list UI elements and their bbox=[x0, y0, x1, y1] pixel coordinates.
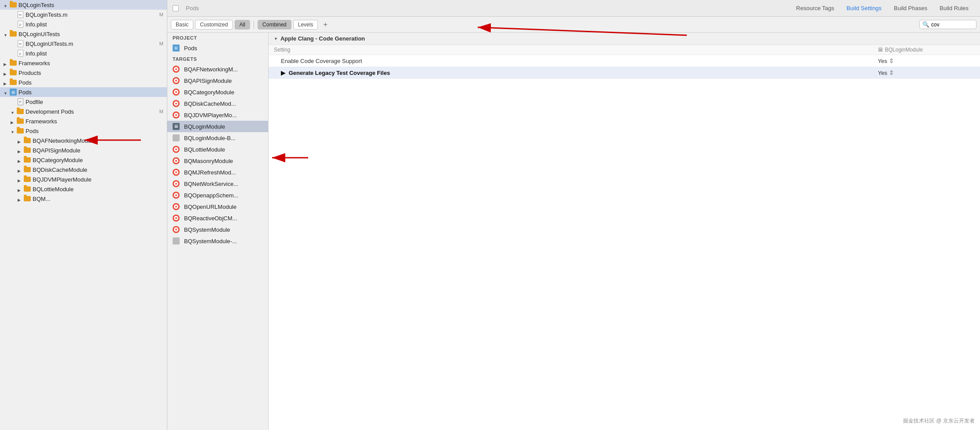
triangle-pods-sub bbox=[11, 128, 16, 133]
sidebar-item-pods-sub[interactable]: Pods bbox=[0, 126, 167, 136]
target-bqcategory[interactable]: BQCategoryModule bbox=[167, 86, 268, 98]
sidebar-item-bqjdvmplayer[interactable]: BQJDVMPlayerModule bbox=[0, 174, 167, 184]
label-pods-sub: Pods bbox=[26, 128, 39, 134]
filter-row: Basic Customized All Combined Levels + 🔍 bbox=[167, 17, 980, 33]
folder-icon-bqlottie bbox=[24, 185, 31, 193]
top-checkbox[interactable] bbox=[173, 5, 179, 11]
section-triangle-icon[interactable]: ▼ bbox=[274, 37, 278, 41]
target-bqopenappschemem[interactable]: BQOpenappSchem... bbox=[167, 189, 268, 201]
tab-build-settings[interactable]: Build Settings bbox=[840, 3, 888, 13]
content-area: PROJECT ⊞ Pods TARGETS BQAFNetworkingM..… bbox=[167, 33, 980, 430]
sidebar-item-pods-main[interactable]: ⊞ Pods bbox=[0, 87, 167, 97]
file-icon-bqlogintests-m: m bbox=[17, 11, 24, 18]
search-input[interactable] bbox=[931, 22, 973, 28]
target-bqsystem[interactable]: BQSystemModule bbox=[167, 224, 268, 235]
target-icon-bqlottie bbox=[173, 146, 180, 153]
target-bqloginmodule-b[interactable]: BQLoginModule-B... bbox=[167, 132, 268, 144]
target-icon-bqmjrefresh bbox=[173, 169, 180, 176]
folder-icon-pods-sub bbox=[17, 127, 24, 134]
tab-build-phases[interactable]: Build Phases bbox=[888, 3, 933, 13]
target-label-bqloginb: BQLoginModule-B... bbox=[184, 135, 236, 141]
search-box[interactable]: 🔍 bbox=[919, 20, 976, 29]
sidebar-item-bqafnetworking[interactable]: BQAFNetworkingModule bbox=[0, 136, 167, 145]
target-pods-project[interactable]: ⊞ Pods bbox=[167, 42, 268, 54]
folder-icon-bqdiskcache bbox=[24, 166, 31, 173]
project-navigator[interactable]: BQLoginTests m BQLoginTests.m M p Info.p… bbox=[0, 0, 167, 430]
label-bqdiskcache: BQDiskCacheModule bbox=[33, 167, 87, 173]
label-products: Products bbox=[18, 70, 41, 76]
filter-customized[interactable]: Customized bbox=[195, 20, 232, 30]
setting-row-enable-coverage[interactable]: Enable Code Coverage Support Yes ⇕ bbox=[269, 55, 980, 67]
target-icon-bqsystem-sub bbox=[173, 237, 180, 245]
target-bqmasonry[interactable]: BQMasonryModule bbox=[167, 155, 268, 167]
sidebar-item-bqloginuitests[interactable]: BQLoginUITests bbox=[0, 29, 167, 39]
target-icon-bqmasonry bbox=[173, 157, 180, 164]
sidebar-item-bqlogintests-m[interactable]: m BQLoginTests.m M bbox=[0, 10, 167, 19]
target-bqnetworkservice[interactable]: BQNetWorkService... bbox=[167, 178, 268, 189]
target-bqsystem-sub[interactable]: BQSystemModule-... bbox=[167, 235, 268, 247]
sidebar-item-pods-top[interactable]: Pods bbox=[0, 78, 167, 87]
triangle-frameworks-sub bbox=[11, 119, 16, 124]
sidebar-item-bqm-truncated[interactable]: BQM... bbox=[0, 194, 167, 204]
sidebar-item-products[interactable]: Products bbox=[0, 68, 167, 78]
col-header-value: 🏛 BQLoginModule bbox=[878, 47, 975, 53]
target-bqloginmodule[interactable]: 🏛 BQLoginModule bbox=[167, 121, 268, 132]
triangle-pods-top bbox=[4, 80, 9, 85]
target-label-bqcategory: BQCategoryModule bbox=[184, 89, 234, 96]
folder-icon-development-pods bbox=[17, 108, 24, 115]
target-bqafnetworking[interactable]: BQAFNetworkingM... bbox=[167, 63, 268, 75]
sidebar-item-development-pods[interactable]: Development Pods M bbox=[0, 107, 167, 116]
sidebar-item-frameworks-top[interactable]: Frameworks bbox=[0, 58, 167, 68]
sidebar-item-bqdiskcache[interactable]: BQDiskCacheModule bbox=[0, 165, 167, 174]
section-header-code-gen[interactable]: ▼ Apple Clang - Code Generation bbox=[269, 33, 980, 45]
label-pods-top: Pods bbox=[18, 79, 32, 86]
sidebar-item-bqapisign[interactable]: BQAPISignModule bbox=[0, 145, 167, 155]
pods-project-list-icon: ⊞ bbox=[173, 44, 180, 52]
filter-basic[interactable]: Basic bbox=[171, 20, 193, 30]
setting-row-legacy-coverage[interactable]: ▶ Generate Legacy Test Coverage Files Ye… bbox=[269, 67, 980, 79]
sidebar-item-bqlogintests-plist[interactable]: p Info.plist bbox=[0, 19, 167, 29]
folder-icon-frameworks bbox=[10, 59, 17, 67]
filter-all[interactable]: All bbox=[235, 20, 250, 30]
folder-icon-pods-top bbox=[10, 79, 17, 86]
target-icon-bqsystem bbox=[173, 226, 180, 233]
sidebar-item-bqlogintests[interactable]: BQLoginTests bbox=[0, 0, 167, 10]
tab-resource-tags[interactable]: Resource Tags bbox=[790, 3, 840, 13]
label-bqm-truncated: BQM... bbox=[33, 196, 50, 202]
sidebar-item-podfile[interactable]: P Podfile bbox=[0, 97, 167, 107]
target-bqjdvmplayer[interactable]: BQJDVMPlayerMo... bbox=[167, 109, 268, 121]
stepper-enable-coverage[interactable]: ⇕ bbox=[889, 57, 894, 64]
filter-levels[interactable]: Levels bbox=[293, 20, 318, 30]
triangle-bqcategory bbox=[18, 157, 23, 163]
filter-combined[interactable]: Combined bbox=[258, 20, 291, 30]
target-bqdiskcache[interactable]: BQDiskCacheMod... bbox=[167, 98, 268, 109]
sidebar-item-frameworks-sub[interactable]: Frameworks bbox=[0, 116, 167, 126]
folder-icon-bqapi bbox=[24, 147, 31, 154]
badge-bqloginuitests-m: M bbox=[159, 41, 163, 46]
target-bqlottie[interactable]: BQLottieModule bbox=[167, 144, 268, 155]
label-bqloginuitests: BQLoginUITests bbox=[18, 31, 60, 37]
building-icon: 🏛 bbox=[878, 47, 883, 53]
sidebar-item-bqloginuitests-plist[interactable]: p Info.plist bbox=[0, 48, 167, 58]
target-bqreactiveobjcm[interactable]: BQReactiveObjCM... bbox=[167, 212, 268, 224]
sidebar-item-bqlottie[interactable]: BQLottieModule bbox=[0, 184, 167, 194]
target-icon-bqloginb bbox=[173, 134, 180, 141]
filter-separator bbox=[254, 21, 254, 29]
sidebar-item-bqcategory[interactable]: BQCategoryModule bbox=[0, 155, 167, 165]
tabs-right: Resource Tags Build Settings Build Phase… bbox=[790, 3, 975, 13]
target-bqopenurl[interactable]: BQOpenURLModule bbox=[167, 201, 268, 212]
stepper-legacy-coverage[interactable]: ⇕ bbox=[889, 69, 894, 76]
target-label-bqaf: BQAFNetworkingM... bbox=[184, 66, 238, 73]
target-icon-bqnetwork bbox=[173, 180, 180, 187]
target-icon-bqaf bbox=[173, 66, 180, 73]
pods-project-icon: ⊞ bbox=[10, 89, 17, 96]
main-content: Pods Resource Tags Build Settings Build … bbox=[167, 0, 980, 430]
target-pods-label: Pods bbox=[184, 45, 197, 52]
tab-build-rules[interactable]: Build Rules bbox=[933, 3, 975, 13]
sidebar-item-bqloginuitests-m[interactable]: m BQLoginUITests.m M bbox=[0, 39, 167, 48]
top-bar: Pods Resource Tags Build Settings Build … bbox=[167, 0, 980, 17]
filter-add-button[interactable]: + bbox=[320, 20, 331, 30]
triangle-products bbox=[4, 70, 9, 75]
target-bqapisign[interactable]: BQAPISignModule bbox=[167, 75, 268, 86]
target-bqmjrefresh[interactable]: BQMJRefreshMod... bbox=[167, 167, 268, 178]
